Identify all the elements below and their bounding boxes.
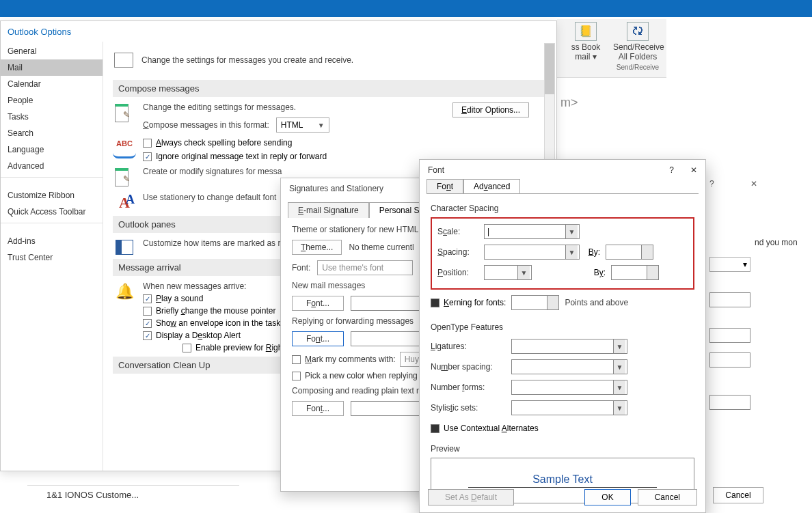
signatures-label: Create or modify signatures for messa <box>143 167 282 176</box>
format-select[interactable]: HTML▼ <box>276 117 329 133</box>
input-fragment[interactable] <box>709 292 750 307</box>
label: Briefly change the mouse pointer <box>156 306 275 316</box>
number-forms-combo[interactable]: ▼ <box>511 380 627 395</box>
no-theme-label: No theme currentl <box>349 242 414 252</box>
label: Display a Desktop Alert <box>156 331 241 340</box>
label: Play a sound <box>156 294 203 303</box>
group-character-spacing: Character Spacing <box>431 204 694 213</box>
body-text-fragment: nd you mon <box>755 238 798 247</box>
spacing-label: Spacing: <box>437 247 478 257</box>
input-fragment[interactable] <box>709 328 750 343</box>
label: Show an envelope icon in the task <box>156 318 280 328</box>
help-icon[interactable]: ? <box>669 165 674 175</box>
ribbon-label: mail ▾ <box>561 52 610 61</box>
label: Ignore original message text in reply or… <box>156 152 327 161</box>
highlight-box: Scale: |▼ Spacing: ▼ By: Position: ▼ By: <box>431 217 694 290</box>
font-button-plain[interactable]: Font... <box>292 401 344 416</box>
ok-button[interactable]: OK <box>584 489 630 505</box>
tab-email-signature[interactable]: E-mail Signature <box>288 202 369 218</box>
nav-qat[interactable]: Quick Access Toolbar <box>1 204 103 220</box>
position-combo[interactable]: ▼ <box>484 265 532 280</box>
nav-general[interactable]: General <box>1 43 103 59</box>
address-book-icon: 📒 <box>575 22 597 41</box>
set-default-button: Set As Default <box>428 489 514 505</box>
mail-subject: 1&1 IONOS Custome... <box>46 490 232 500</box>
app-title-bar <box>0 0 812 17</box>
format-label: Compose messages in this format: <box>143 120 269 130</box>
nav-search[interactable]: Search <box>1 125 103 141</box>
nav-calendar[interactable]: Calendar <box>1 76 103 92</box>
ligatures-label: Ligatures: <box>431 342 506 351</box>
font-button-new[interactable]: Font... <box>292 296 344 311</box>
help-icon[interactable]: ? <box>709 179 714 189</box>
spacing-by-spinner[interactable] <box>606 245 653 260</box>
scale-combo[interactable]: |▼ <box>484 224 580 239</box>
signature-icon <box>115 168 134 187</box>
by-label: By: <box>585 247 600 257</box>
nav-language[interactable]: Language <box>1 141 103 158</box>
ribbon-fragment: 📒 ss Book mail ▾ 🗘 Send/Receive All Fold… <box>557 19 666 78</box>
nav-mail[interactable]: Mail <box>1 59 103 76</box>
spellcheck-icon: ABC <box>113 139 136 158</box>
send-receive-button[interactable]: 🗘 Send/Receive All Folders Send/Receive <box>613 22 662 72</box>
by-label: By: <box>591 268 606 277</box>
tab-advanced[interactable]: Advanced <box>463 179 520 193</box>
kerning-checkbox[interactable]: Kerning for fonts: <box>431 298 506 307</box>
tab-font[interactable]: Font <box>427 179 463 193</box>
nav-addins[interactable]: Add-ins <box>1 233 103 249</box>
reading-pane-fragment: m> <box>560 96 578 110</box>
nav-people[interactable]: People <box>1 92 103 109</box>
nav-advanced[interactable]: Advanced <box>1 158 103 174</box>
kerning-spinner[interactable] <box>511 295 559 310</box>
address-book-button[interactable]: 📒 ss Book mail ▾ <box>561 22 610 72</box>
font-label: Font: <box>292 263 310 273</box>
number-spacing-label: Number spacing: <box>431 362 506 372</box>
group-opentype: OpenType Features <box>431 322 694 332</box>
input-fragment[interactable] <box>709 352 750 368</box>
label: Kerning for fonts: <box>444 298 506 307</box>
dialog-title: Outlook Options <box>1 21 556 42</box>
stationery-label: Use stationery to change default font <box>143 193 276 202</box>
close-icon[interactable]: ✕ <box>690 165 697 175</box>
ribbon-label: All Folders <box>613 52 662 61</box>
stationery-icon: A <box>119 194 130 212</box>
ligatures-combo[interactable]: ▼ <box>511 339 627 354</box>
label: Use Contextual Alternates <box>444 424 539 433</box>
check-spelling-checkbox[interactable]: Always check spelling before sending <box>143 138 547 148</box>
ribbon-group-label: Send/Receive <box>613 64 662 72</box>
nav-tasks[interactable]: Tasks <box>1 109 103 125</box>
spacing-combo[interactable]: ▼ <box>484 245 580 260</box>
cancel-button-back[interactable]: Cancel <box>713 487 763 503</box>
panes-icon <box>116 240 133 255</box>
preview-text: Sample Text <box>468 473 657 488</box>
mail-list-item[interactable]: 1&1 IONOS Custome... <box>27 485 239 512</box>
options-category-list: General Mail Calendar People Tasks Searc… <box>1 42 103 471</box>
ribbon-label: Send/Receive <box>613 42 662 52</box>
combo-fragment[interactable]: ▾ <box>709 257 750 272</box>
label: Mark my comments with: <box>305 355 396 364</box>
stylistic-sets-label: Stylistic sets: <box>431 403 506 413</box>
editor-options-button[interactable]: Editor Options... <box>452 102 529 117</box>
section-compose: Compose messages <box>113 80 547 97</box>
ribbon-label: ss Book <box>561 42 610 52</box>
close-icon[interactable]: ✕ <box>750 179 757 189</box>
theme-button[interactable]: Theme... <box>292 240 342 255</box>
kerning-units: Points and above <box>565 298 628 307</box>
stylistic-sets-combo[interactable]: ▼ <box>511 400 627 415</box>
group-preview: Preview <box>431 444 694 454</box>
compose-icon <box>115 104 134 123</box>
number-spacing-combo[interactable]: ▼ <box>511 359 627 374</box>
position-by-spinner[interactable] <box>611 265 659 280</box>
cancel-button[interactable]: Cancel <box>638 489 697 505</box>
label: Always check spelling before sending <box>156 138 292 148</box>
contextual-alternates-checkbox[interactable]: Use Contextual Alternates <box>431 424 539 433</box>
font-select[interactable]: Use theme's font <box>317 260 413 275</box>
font-dialog: Font ? ✕ Font Advanced Character Spacing… <box>419 159 706 513</box>
nav-trust-center[interactable]: Trust Center <box>1 249 103 266</box>
font-button-reply[interactable]: Font... <box>292 331 344 346</box>
number-forms-label: Number forms: <box>431 383 506 392</box>
input-fragment[interactable] <box>709 395 750 410</box>
bell-icon: 🔔 <box>116 283 134 301</box>
intro-text: Change the settings for messages you cre… <box>141 55 353 65</box>
nav-customize-ribbon[interactable]: Customize Ribbon <box>1 187 103 204</box>
